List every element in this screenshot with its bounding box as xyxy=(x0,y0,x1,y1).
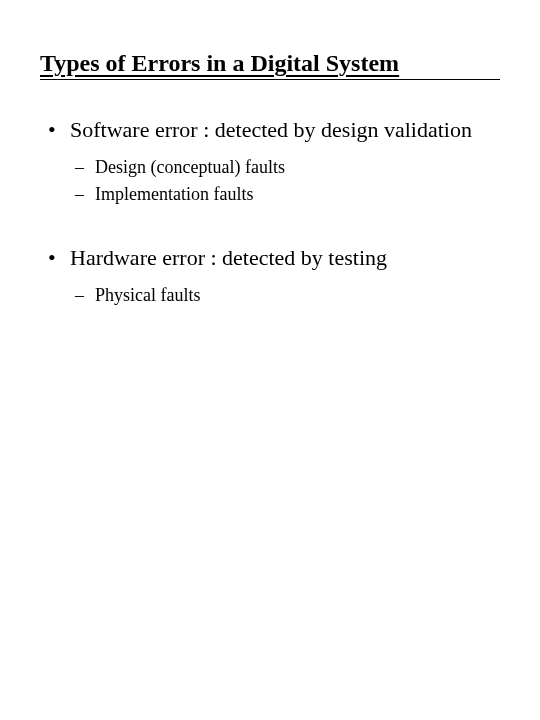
sub-list-item: Design (conceptual) faults xyxy=(95,154,510,181)
main-list: Software error : detected by design vali… xyxy=(30,115,510,309)
sub-list-item: Implementation faults xyxy=(95,181,510,208)
list-item: Software error : detected by design vali… xyxy=(70,115,510,208)
sub-list: Physical faults xyxy=(70,282,510,309)
title-container: Types of Errors in a Digital System xyxy=(40,50,500,80)
list-item-text: Software error : detected by design vali… xyxy=(70,115,510,146)
page-title: Types of Errors in a Digital System xyxy=(40,50,500,77)
sub-list-item: Physical faults xyxy=(95,282,510,309)
list-item-text: Hardware error : detected by testing xyxy=(70,243,510,274)
sub-list: Design (conceptual) faults Implementatio… xyxy=(70,154,510,208)
list-item: Hardware error : detected by testing Phy… xyxy=(70,243,510,309)
